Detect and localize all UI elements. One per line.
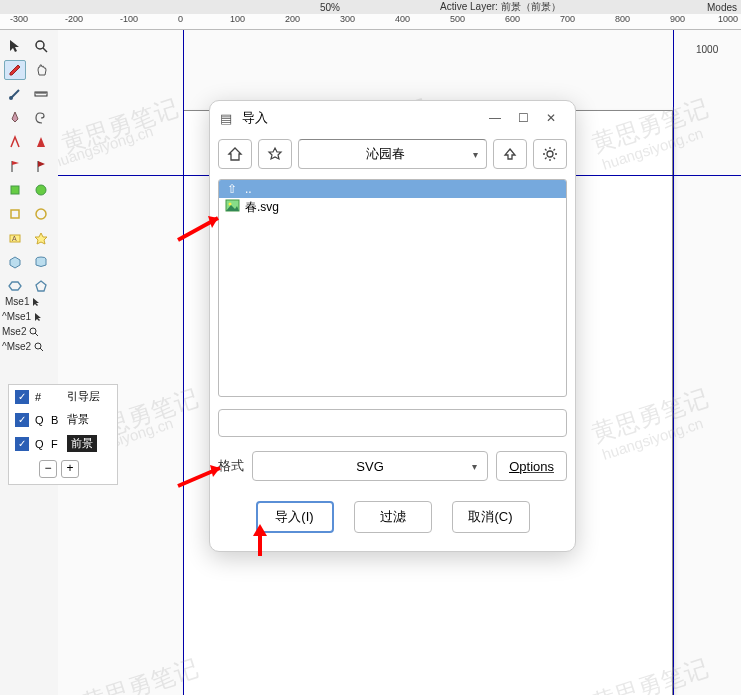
maximize-icon[interactable]: ☐ xyxy=(509,108,537,128)
layer-add-button[interactable]: + xyxy=(61,460,79,478)
zoom-level: 50% xyxy=(320,2,340,13)
path-dropdown[interactable]: 沁园春 xyxy=(298,139,487,169)
up-arrow-icon: ⇧ xyxy=(225,182,239,196)
svg-point-12 xyxy=(36,185,46,195)
file-row[interactable]: 春.svg xyxy=(219,198,566,216)
active-layer: Active Layer: 前景（前景） xyxy=(440,0,561,14)
mouse-labels: Mse1 ^Mse1 Mse2 ^Mse2 xyxy=(2,296,56,356)
filename-input[interactable] xyxy=(218,409,567,437)
shape-red2-tool[interactable] xyxy=(30,132,52,152)
file-list[interactable]: ⇧ .. 春.svg xyxy=(218,179,567,397)
yellow-circle-tool[interactable] xyxy=(30,204,52,224)
yellow-star-tool[interactable] xyxy=(30,228,52,248)
pen-tool[interactable] xyxy=(4,108,26,128)
up-button[interactable] xyxy=(493,139,527,169)
layer-visible-checkbox[interactable]: ✓ xyxy=(15,437,29,451)
svg-text:A: A xyxy=(12,235,17,242)
svg-line-21 xyxy=(40,348,43,351)
shape-red-tool[interactable] xyxy=(4,132,26,152)
blue-hex-tool[interactable] xyxy=(4,276,26,296)
pointer-tool[interactable] xyxy=(4,36,26,56)
blue-box-tool[interactable] xyxy=(4,252,26,272)
svg-line-19 xyxy=(35,333,38,336)
brush-tool[interactable] xyxy=(4,84,26,104)
guide-vertical[interactable] xyxy=(673,30,674,695)
blue-pent-tool[interactable] xyxy=(30,276,52,296)
flag-red2-tool[interactable] xyxy=(30,156,52,176)
format-label: 格式 xyxy=(218,457,244,475)
top-info-bar: 50% Active Layer: 前景（前景） Modes xyxy=(0,0,741,14)
flag-red-tool[interactable] xyxy=(4,156,26,176)
settings-button[interactable] xyxy=(533,139,567,169)
green-square-tool[interactable] xyxy=(4,180,26,200)
modes-label: Modes xyxy=(707,2,737,13)
home-button[interactable] xyxy=(218,139,252,169)
layer-visible-checkbox[interactable]: ✓ xyxy=(15,413,29,427)
svg-point-22 xyxy=(547,151,553,157)
guide-vertical[interactable] xyxy=(183,30,184,695)
spiral-tool[interactable] xyxy=(30,108,52,128)
layer-row[interactable]: ✓ Q F 前景 xyxy=(9,431,117,456)
ruler-side-tick: 1000 xyxy=(696,44,718,55)
favorite-button[interactable] xyxy=(258,139,292,169)
layer-remove-button[interactable]: − xyxy=(39,460,57,478)
blue-cylinder-tool[interactable] xyxy=(30,252,52,272)
dialog-title: 导入 xyxy=(242,109,481,127)
image-file-icon xyxy=(225,200,239,214)
cancel-button[interactable]: 取消(C) xyxy=(452,501,530,533)
zoom-tool[interactable] xyxy=(30,36,52,56)
svg-point-0 xyxy=(36,41,44,49)
yellow-square-tool[interactable] xyxy=(4,204,26,224)
ruler-tool[interactable] xyxy=(30,84,52,104)
svg-rect-13 xyxy=(11,210,19,218)
format-dropdown[interactable]: SVG xyxy=(252,451,488,481)
svg-line-1 xyxy=(43,48,47,52)
app-icon: ▤ xyxy=(220,111,238,126)
minimize-icon[interactable]: — xyxy=(481,108,509,128)
layer-row[interactable]: ✓ Q B 背景 xyxy=(9,408,117,431)
layer-visible-checkbox[interactable]: ✓ xyxy=(15,390,29,404)
pencil-tool[interactable] xyxy=(4,60,26,80)
svg-rect-11 xyxy=(11,186,19,194)
pan-tool[interactable] xyxy=(30,60,52,80)
filter-button[interactable]: 过滤 xyxy=(354,501,432,533)
options-button[interactable]: Options xyxy=(496,451,567,481)
file-row-parent[interactable]: ⇧ .. xyxy=(219,180,566,198)
green-circle-tool[interactable] xyxy=(30,180,52,200)
layer-row[interactable]: ✓ # 引导层 xyxy=(9,385,117,408)
yellow-text-tool[interactable]: A xyxy=(4,228,26,248)
dialog-titlebar[interactable]: ▤ 导入 — ☐ ✕ xyxy=(210,101,575,135)
layer-panel: ✓ # 引导层 ✓ Q B 背景 ✓ Q F 前景 − + xyxy=(8,384,118,485)
close-icon[interactable]: ✕ xyxy=(537,108,565,128)
import-dialog: ▤ 导入 — ☐ ✕ 沁园春 ⇧ .. 春.svg 格式 SVG Options… xyxy=(209,100,576,552)
svg-point-14 xyxy=(36,209,46,219)
import-button[interactable]: 导入(I) xyxy=(256,501,334,533)
toolbox: A xyxy=(4,36,58,300)
ruler-horizontal: -300 -200 -100 0 100 200 300 400 500 600… xyxy=(0,14,741,30)
svg-point-2 xyxy=(9,96,13,100)
